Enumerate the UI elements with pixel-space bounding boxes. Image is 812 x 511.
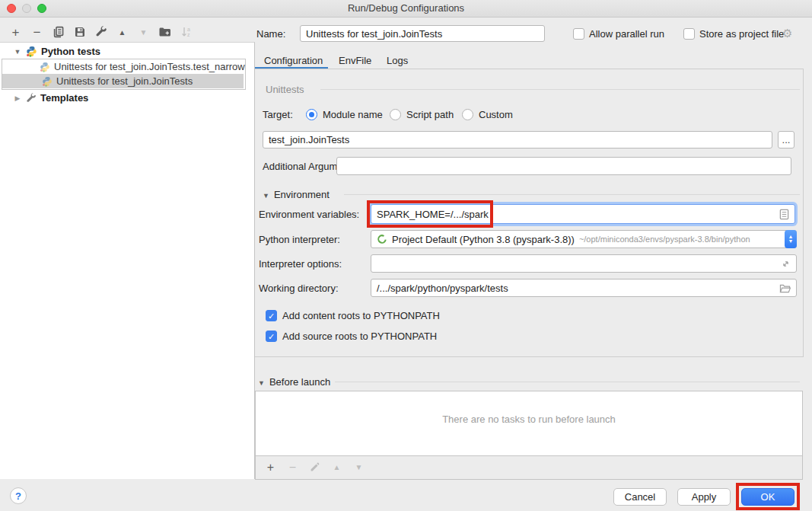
collapse-triangle-icon[interactable]: ▼ xyxy=(258,379,265,387)
python-interpreter-path: ~/opt/miniconda3/envs/pyspark-3.8/bin/py… xyxy=(579,235,750,244)
stepper-down-icon: ▼ xyxy=(788,239,794,244)
add-task-icon[interactable]: + xyxy=(264,461,277,474)
allow-parallel-run-checkbox[interactable] xyxy=(573,28,584,40)
browse-folder-icon[interactable] xyxy=(779,283,791,293)
tree-item-templates[interactable]: ▶ Templates xyxy=(0,91,254,105)
tab-logs[interactable]: Logs xyxy=(387,53,408,69)
title-bar: Run/Debug Configurations xyxy=(0,0,812,18)
target-module-name-radio[interactable] xyxy=(306,109,317,120)
annotation-red-box-env-vars xyxy=(367,200,493,228)
python-interpreter-select[interactable]: Project Default (Python 3.8 (pyspark-3.8… xyxy=(371,230,797,248)
copy-configuration-icon[interactable] xyxy=(52,26,65,39)
tree-item-label: Unittests for test_join.JoinTests.test_n… xyxy=(54,61,245,72)
target-module-name-label: Module name xyxy=(323,109,383,120)
content-roots-checkbox[interactable]: ✓ xyxy=(266,310,277,321)
target-script-path-label: Script path xyxy=(406,109,454,120)
move-task-up-icon: ▲ xyxy=(330,461,343,474)
tab-content-bottom-divider xyxy=(255,356,804,357)
tab-configuration[interactable]: Configuration xyxy=(264,53,323,69)
run-debug-configurations-dialog: Run/Debug Configurations + − ▲ ▼ az ▼ xyxy=(0,0,812,511)
environment-section-title: Environment xyxy=(274,189,330,200)
allow-parallel-run-label: Allow parallel run xyxy=(589,28,664,40)
working-directory-input[interactable]: /.../spark/python/pyspark/tests xyxy=(371,279,797,297)
target-script-path-radio[interactable] xyxy=(390,109,401,120)
cancel-button[interactable]: Cancel xyxy=(613,488,667,506)
working-directory-value: /.../spark/python/pyspark/tests xyxy=(377,283,508,294)
tab-envfile[interactable]: EnvFile xyxy=(339,53,371,69)
help-button[interactable]: ? xyxy=(10,487,27,504)
remove-configuration-icon[interactable]: − xyxy=(30,26,43,39)
unittests-group-title: Unittests xyxy=(266,84,304,95)
python-interpreter-label: Python interpreter: xyxy=(259,234,340,245)
tree-item-unittest-selected[interactable]: Unittests for test_join.JoinTests xyxy=(2,74,244,88)
python-test-icon xyxy=(42,76,53,87)
window-title: Run/Debug Configurations xyxy=(0,0,812,17)
before-launch-section-header[interactable]: ▼Before launch xyxy=(258,376,330,388)
environment-section-rule xyxy=(344,194,800,195)
name-label: Name: xyxy=(256,28,285,40)
store-as-project-file-checkbox[interactable] xyxy=(683,28,695,40)
tree-item-unittest-narrow[interactable]: Unittests for test_join.JoinTests.test_n… xyxy=(0,59,254,74)
module-name-input[interactable]: test_join.JoinTests xyxy=(263,131,772,149)
unittests-group-rule xyxy=(320,89,800,90)
environment-variables-label: Environment variables: xyxy=(259,209,359,220)
annotation-red-box-ok xyxy=(736,483,800,510)
working-directory-label: Working directory: xyxy=(259,283,339,294)
conda-environment-icon xyxy=(377,234,387,244)
collapse-triangle-icon[interactable]: ▼ xyxy=(14,48,21,56)
apply-button[interactable]: Apply xyxy=(677,488,731,506)
additional-arguments-input[interactable] xyxy=(336,157,791,175)
target-custom-label: Custom xyxy=(479,109,513,120)
expand-field-icon[interactable] xyxy=(781,259,791,269)
browse-module-button[interactable]: ... xyxy=(778,131,794,149)
python-tests-icon xyxy=(26,46,37,57)
new-folder-icon[interactable] xyxy=(158,26,171,39)
sort-alphabetically-icon: az xyxy=(180,26,193,39)
name-input[interactable]: Unittests for test_join.JoinTests xyxy=(300,25,545,42)
interpreter-dropdown-stepper[interactable]: ▲ ▼ xyxy=(785,230,797,248)
before-launch-title: Before launch xyxy=(269,376,330,388)
tree-item-python-tests[interactable]: ▼ Python tests xyxy=(0,44,254,59)
before-launch-rule xyxy=(335,382,800,382)
tabs-divider xyxy=(255,69,804,69)
content-pane-right-border xyxy=(803,69,804,356)
interpreter-options-input[interactable] xyxy=(371,254,797,273)
edit-templates-wrench-icon[interactable] xyxy=(94,26,107,39)
tree-item-label: Unittests for test_join.JoinTests xyxy=(56,75,193,87)
configurations-toolbar: + − ▲ ▼ az xyxy=(9,24,193,40)
target-custom-radio[interactable] xyxy=(462,109,473,120)
svg-text:a: a xyxy=(187,27,190,32)
environment-section-header[interactable]: ▼Environment xyxy=(263,189,330,200)
tree-item-label: Python tests xyxy=(41,46,100,57)
expand-triangle-icon[interactable]: ▶ xyxy=(14,94,21,102)
before-launch-toolbar: + − ▲ ▼ xyxy=(255,455,803,480)
edit-task-pencil-icon xyxy=(308,461,321,474)
gear-icon[interactable]: ⚙ xyxy=(782,27,792,39)
source-roots-label: Add source roots to PYTHONPATH xyxy=(282,331,437,342)
edit-variables-list-icon[interactable] xyxy=(779,209,789,220)
add-configuration-icon[interactable]: + xyxy=(9,26,22,39)
collapse-triangle-icon[interactable]: ▼ xyxy=(263,192,269,200)
python-test-icon xyxy=(40,62,50,72)
interpreter-options-label: Interpreter options: xyxy=(259,258,342,270)
before-launch-empty-message: There are no tasks to run before launch xyxy=(255,414,803,425)
target-label: Target: xyxy=(263,109,293,120)
templates-wrench-icon xyxy=(26,93,37,104)
move-up-icon[interactable]: ▲ xyxy=(116,26,129,39)
remove-task-icon: − xyxy=(286,461,299,474)
store-as-project-file-label: Store as project file xyxy=(699,28,784,40)
save-configuration-icon[interactable] xyxy=(73,26,86,39)
content-roots-label: Add content roots to PYTHONPATH xyxy=(282,310,440,321)
move-task-down-icon: ▼ xyxy=(352,461,365,474)
tree-item-label: Templates xyxy=(40,92,88,104)
move-down-icon: ▼ xyxy=(137,26,150,39)
svg-text:z: z xyxy=(187,32,190,37)
configurations-tree: ▼ Python tests Unittests for test_join.J… xyxy=(0,42,255,479)
source-roots-checkbox[interactable]: ✓ xyxy=(266,331,277,342)
python-interpreter-value: Project Default (Python 3.8 (pyspark-3.8… xyxy=(392,234,575,245)
